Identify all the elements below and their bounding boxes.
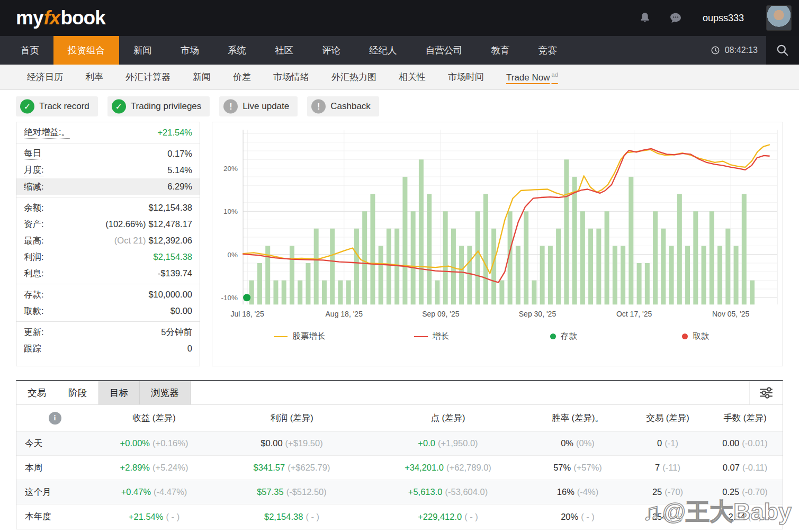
cell-diff-value: (-$512.50) [286,487,327,497]
deposit-bar [702,246,706,304]
nav-item-系统[interactable]: 系统 [213,36,261,65]
deposit-bar [370,194,375,305]
stats-group: 绝对增益:。+21.54% [16,122,200,143]
deposit-bar [516,246,520,304]
subnav-item-外汇计算器[interactable]: 外汇计算器 [114,71,182,83]
subnav-item-市场情绪[interactable]: 市场情绪 [262,71,320,83]
table-cell: 2.54( - ) [707,512,783,522]
subnav-item-经济日历[interactable]: 经济日历 [16,71,74,83]
deposit-marker-dot [243,294,250,301]
content: 绝对增益:。+21.54%每日0.17%月度:5.14%缩减:6.29%余额:$… [0,122,799,366]
cell-diff-value: (-0.01) [742,438,768,448]
cell-diff-value: (0%) [576,438,595,448]
stats-panel: 绝对增益:。+21.54%每日0.17%月度:5.14%缩减:6.29%余额:$… [16,122,200,366]
subnav-item-利率[interactable]: 利率 [74,71,114,83]
legend-item-增长[interactable]: 增长 [365,331,497,342]
badge-cashback[interactable]: !Cashback [307,96,379,116]
nav-item-社区[interactable]: 社区 [261,36,308,65]
periods-table: i收益 (差异)利润 (差异)点 (差异)胜率 (差异)。交易 (差异)手数 (… [16,405,783,529]
deposit-bar [427,194,432,305]
badge-live-update[interactable]: !Live update [219,96,298,116]
cell-diff-value: (+$19.50) [285,438,323,448]
stat-label[interactable]: 绝对增益:。 [24,127,70,139]
tab-浏览器[interactable]: 浏览器 [140,381,191,404]
deposit-bar [677,194,682,305]
tabs-row: 交易阶段目标浏览器 [16,381,783,405]
stats-group: 更新:5分钟前跟踪0 [16,322,200,359]
legend-item-股票增长[interactable]: 股票增长 [234,331,365,342]
svg-text:Sep 30, '25: Sep 30, '25 [519,310,556,318]
badge-label: Trading privileges [131,101,202,111]
subnav-item-市场时间[interactable]: 市场时间 [437,71,495,83]
subnav-item-相关性[interactable]: 相关性 [388,71,437,83]
subnav-item-新闻[interactable]: 新闻 [182,71,222,83]
legend-item-存款[interactable]: 存款 [498,331,630,342]
logo-book: book [60,7,105,29]
nav-item-投资组合[interactable]: 投资组合 [53,36,119,65]
stat-number: $12,154.38 [148,203,192,212]
tab-交易[interactable]: 交易 [16,381,57,404]
subnav-item-价差[interactable]: 价差 [222,71,262,83]
stat-value: (102.66%)$12,478.17 [105,219,192,229]
nav-item-评论[interactable]: 评论 [308,36,355,65]
deposit-bar [548,246,553,304]
stat-label: 缩减: [24,181,44,193]
badge-trading-privileges[interactable]: ✓Trading privileges [107,96,210,116]
stats-group: 余额:$12,154.38资产:(102.66%)$12,478.17最高:(O… [16,197,200,284]
cell-main-value: 25 [652,487,662,497]
stat-label[interactable]: 每日 [24,148,41,160]
filter-settings-button[interactable] [749,381,783,404]
cell-main-value: +34,201.0 [405,463,444,472]
stat-number: 6.29% [167,182,192,191]
logo[interactable]: myfxbook [16,7,105,29]
stat-label[interactable]: 月度: [24,164,44,176]
table-cell: $57.35(-$512.50) [215,487,369,497]
search-button[interactable] [766,36,799,65]
row-label: 本年度 [16,511,93,522]
trade-now-link[interactable]: Trade Nowad [495,71,561,83]
messages-chat-icon[interactable] [668,10,684,26]
nav-item-首页[interactable]: 首页 [6,36,53,65]
column-header: 点 (差异) [369,412,527,424]
legend-item-取款[interactable]: 取款 [630,331,761,342]
cell-diff-value: (-4.47%) [154,487,187,497]
stat-value: $10,000.00 [148,290,192,300]
column-header: 交易 (差异) [628,412,707,424]
deposit-bar [621,246,625,304]
cell-diff-value: (+57%) [573,463,602,472]
badge-label: Cashback [330,101,371,111]
series-股票增长 [243,145,769,274]
table-cell: 254( - ) [628,512,707,522]
nav-item-新闻[interactable]: 新闻 [119,36,166,65]
stat-label: 存款: [24,289,44,301]
cell-diff-value: ( - ) [669,512,683,521]
cell-main-value: 20% [561,512,578,521]
deposit-bar [443,211,448,304]
tab-阶段[interactable]: 阶段 [57,381,98,404]
deposit-bar [540,246,545,304]
username[interactable]: oupss333 [703,13,744,24]
nav-item-市场[interactable]: 市场 [166,36,213,65]
tab-目标[interactable]: 目标 [98,381,140,404]
deposit-bar [249,281,254,305]
deposit-bar [402,177,407,304]
stat-value: 5分钟前 [161,327,192,338]
nav-item-教育[interactable]: 教育 [477,36,524,65]
info-icon[interactable]: i [49,412,61,425]
stat-label: 利息: [24,268,44,279]
badge-track-record[interactable]: ✓Track record [16,96,98,116]
svg-text:0%: 0% [228,251,238,259]
notifications-bell-icon[interactable] [637,10,653,26]
table-cell: 16%(-4%) [527,487,628,497]
nav-item-竞赛[interactable]: 竞赛 [524,36,571,65]
stats-row: 利息:-$139.74 [16,265,200,282]
cell-main-value: +5,613.0 [408,487,443,497]
avatar[interactable] [766,5,792,31]
subnav-item-外汇热力图[interactable]: 外汇热力图 [320,71,388,83]
deposit-bar [475,211,480,304]
cell-main-value: $341.57 [254,463,285,472]
nav-item-经纪人[interactable]: 经纪人 [355,36,411,65]
cell-diff-value: ( - ) [306,512,319,521]
cell-main-value: +2.89% [120,463,150,472]
nav-item-自营公司[interactable]: 自营公司 [411,36,477,65]
